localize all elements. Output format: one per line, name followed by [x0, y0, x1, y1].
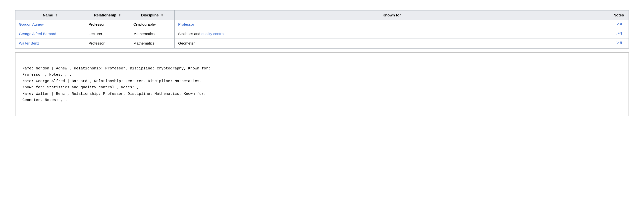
col-header-relationship[interactable]: Relationship ⇕ [85, 10, 130, 20]
text-block: Name: Gordon | Agnew , Relationship: Pro… [15, 52, 629, 116]
cell-name-1: Gordon Agnew [16, 20, 85, 29]
cell-discipline-2: Mathematics [130, 29, 175, 39]
table-header-row: Name ⇕ Relationship ⇕ Discipline ⇕ Known… [16, 10, 629, 20]
cell-notes-2: [143] [609, 29, 629, 39]
cell-known-for-1: Professor [175, 20, 609, 29]
cell-known-for-3: Geometer [175, 39, 609, 48]
table-row: Walter Benz Professor Mathematics Geomet… [16, 39, 629, 48]
cell-notes-1: [142] [609, 20, 629, 29]
col-header-notes: Notes [609, 10, 629, 20]
col-header-name-label: Name [43, 13, 53, 17]
note-ref-1[interactable]: [142] [616, 22, 622, 25]
col-header-known-for-label: Known for [382, 13, 401, 17]
table-row: Gordon Agnew Professor Cryptography Prof… [16, 20, 629, 29]
relationship-value-2: Lecturer [88, 32, 102, 36]
col-header-relationship-label: Relationship [94, 13, 116, 17]
known-for-text-geometer: Geometer [178, 41, 195, 45]
known-for-text-stats: Statistics and [178, 32, 201, 36]
cell-relationship-3: Professor [85, 39, 130, 48]
sort-icon-discipline[interactable]: ⇕ [161, 14, 163, 17]
table-row: George Alfred Barnard Lecturer Mathemati… [16, 29, 629, 39]
cell-relationship-1: Professor [85, 20, 130, 29]
cell-discipline-1: Cryptography [130, 20, 175, 29]
cell-known-for-2: Statistics and quality control [175, 29, 609, 39]
col-header-discipline[interactable]: Discipline ⇕ [130, 10, 175, 20]
page-wrapper: Name ⇕ Relationship ⇕ Discipline ⇕ Known… [5, 5, 639, 121]
known-for-link-quality-control[interactable]: quality control [201, 32, 224, 36]
discipline-value-2: Mathematics [134, 32, 154, 36]
discipline-value-3: Mathematics [134, 41, 154, 45]
col-header-name[interactable]: Name ⇕ [16, 10, 85, 20]
discipline-value-1: Cryptography [134, 22, 156, 26]
relationship-value-3: Professor [88, 41, 104, 45]
sort-icon-relationship[interactable]: ⇕ [118, 14, 121, 17]
sort-icon-name[interactable]: ⇕ [55, 14, 58, 17]
cell-name-3: Walter Benz [16, 39, 85, 48]
relationship-value-1: Professor [88, 22, 104, 26]
note-ref-2[interactable]: [143] [616, 32, 622, 34]
cell-discipline-3: Mathematics [130, 39, 175, 48]
name-link-george-barnard[interactable]: George Alfred Barnard [19, 32, 56, 36]
known-for-link-professor[interactable]: Professor [178, 22, 194, 26]
text-line-1: Name: Gordon | Agnew , Relationship: Pro… [22, 66, 210, 102]
note-ref-3[interactable]: [144] [616, 41, 622, 44]
cell-notes-3: [144] [609, 39, 629, 48]
data-table-container: Name ⇕ Relationship ⇕ Discipline ⇕ Known… [15, 10, 629, 48]
name-link-gordon-agnew[interactable]: Gordon Agnew [19, 22, 44, 26]
col-header-notes-label: Notes [614, 13, 624, 17]
cell-name-2: George Alfred Barnard [16, 29, 85, 39]
name-link-walter-benz[interactable]: Walter Benz [19, 41, 39, 45]
table-body: Gordon Agnew Professor Cryptography Prof… [16, 20, 629, 48]
col-header-known-for: Known for [175, 10, 609, 20]
data-table: Name ⇕ Relationship ⇕ Discipline ⇕ Known… [15, 10, 629, 48]
col-header-discipline-label: Discipline [141, 13, 159, 17]
cell-relationship-2: Lecturer [85, 29, 130, 39]
